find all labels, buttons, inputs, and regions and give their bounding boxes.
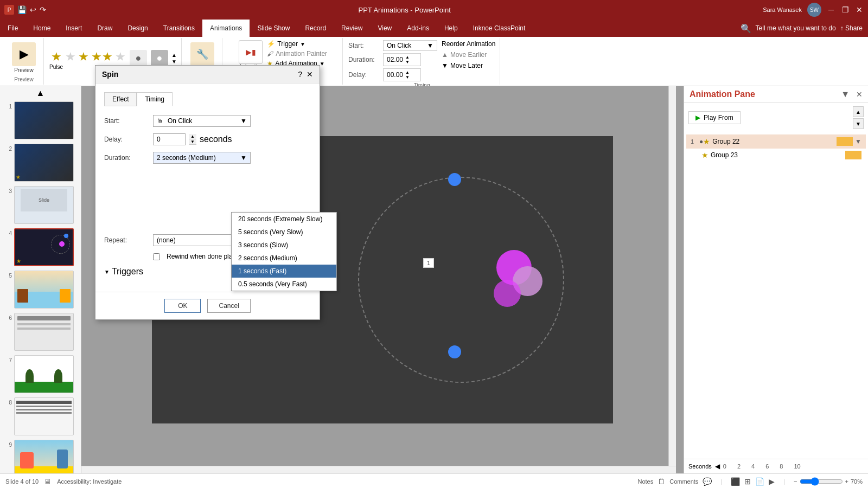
scroll-up-btn[interactable]: ▲ <box>853 106 864 117</box>
slide-item[interactable]: 4 ★ <box>2 227 79 267</box>
delay-value-input[interactable] <box>153 133 186 145</box>
redo-icon[interactable]: ↷ <box>40 5 46 14</box>
scroll-up-anim[interactable]: ▲ <box>171 52 177 58</box>
start-dropdown[interactable]: On Click ▼ <box>383 40 437 51</box>
comments-button[interactable]: Comments <box>669 478 698 485</box>
slide-item[interactable]: 3 Slide <box>2 185 79 225</box>
dropdown-item-1[interactable]: 5 seconds (Very Slow) <box>232 226 336 239</box>
avatar[interactable]: SW <box>807 3 821 17</box>
delay-input[interactable]: 00.00 ▲ ▼ <box>383 68 421 81</box>
tab-draw[interactable]: Draw <box>90 20 120 37</box>
anim-item-group22[interactable]: 1 ● ★ Group 22 ▼ <box>686 134 866 149</box>
scroll-down-btn[interactable]: ▼ <box>853 118 864 129</box>
dropdown-item-5[interactable]: 0.5 seconds (Very Fast) <box>232 278 336 291</box>
comments-icon[interactable]: 💬 <box>703 477 712 486</box>
canvas-scrollbar-v[interactable] <box>668 86 676 473</box>
repeat-form-label: Repeat: <box>104 236 153 244</box>
anim-pane-collapse[interactable]: ▼ <box>841 89 850 99</box>
tab-design[interactable]: Design <box>120 20 155 37</box>
dialog-close-button[interactable]: ✕ <box>307 70 313 79</box>
cancel-button[interactable]: Cancel <box>207 299 250 313</box>
dialog-tab-effect[interactable]: Effect <box>104 92 137 106</box>
tab-file[interactable]: File <box>0 20 25 37</box>
preview-button[interactable]: ▶ Preview <box>9 40 39 75</box>
share-label[interactable]: ↑ Share <box>840 24 863 32</box>
start-select[interactable]: 🖱 On Click ▼ <box>153 115 251 127</box>
delay-up-btn[interactable]: ▲ <box>189 134 196 139</box>
tab-addins[interactable]: Add-ins <box>399 20 437 37</box>
start-value: On Click <box>168 117 192 125</box>
undo-icon[interactable]: ↩ <box>30 5 36 14</box>
rewind-checkbox[interactable] <box>153 253 160 260</box>
duration-down[interactable]: ▼ <box>405 60 410 65</box>
slide-item[interactable]: 5 <box>2 269 79 310</box>
pulse-btn[interactable]: ★ Pulse <box>49 50 63 73</box>
tab-transitions[interactable]: Transitions <box>156 20 202 37</box>
anim-pane-close[interactable]: ✕ <box>856 90 863 99</box>
dropdown-item-3[interactable]: 2 seconds (Medium) <box>232 252 336 265</box>
view-normal[interactable]: ⬛ <box>731 477 740 486</box>
close-button[interactable]: ✕ <box>855 5 864 14</box>
delay-down[interactable]: ▼ <box>405 75 410 80</box>
dialog-tab-timing[interactable]: Timing <box>137 92 173 106</box>
dropdown-item-0[interactable]: 20 seconds (Extremely Slow) <box>232 213 336 226</box>
scroll-buttons: ▲ ▼ <box>853 106 864 129</box>
tab-slideshow[interactable]: Slide Show <box>250 20 297 37</box>
zoom-out[interactable]: − <box>794 478 797 485</box>
slide-item[interactable]: 8 <box>2 396 79 436</box>
ok-button[interactable]: OK <box>164 299 201 313</box>
anim-sub-item-group23[interactable]: ★ Group 23 <box>686 149 866 162</box>
status-bar: Slide 4 of 10 🖥 Accessibility: Investiga… <box>0 473 868 488</box>
notes-button[interactable]: Notes <box>637 478 653 485</box>
view-reading[interactable]: 📄 <box>755 477 764 486</box>
slide-item[interactable]: 2 ★ <box>2 143 79 183</box>
duration-up[interactable]: ▲ <box>405 55 410 60</box>
blue-dot-bottom[interactable] <box>448 345 461 358</box>
restore-button[interactable]: ❐ <box>841 5 850 14</box>
move-earlier-button[interactable]: ▲Move Earlier <box>442 51 495 59</box>
search-icon[interactable]: 🔍 <box>741 23 751 34</box>
view-slide-sorter[interactable]: ⊞ <box>744 477 751 486</box>
tab-view[interactable]: View <box>370 20 399 37</box>
accessibility-label[interactable]: Accessibility: Investigate <box>57 478 122 485</box>
dialog-help-button[interactable]: ? <box>298 70 302 79</box>
slide-item[interactable]: 9 <box>2 439 79 473</box>
save-icon[interactable]: 💾 <box>17 5 27 14</box>
minimize-button[interactable]: ─ <box>827 5 835 14</box>
delay-down-btn[interactable]: ▼ <box>189 139 196 145</box>
anim-star-2[interactable]: ★ <box>65 50 76 73</box>
triggers-button[interactable]: ▼ Triggers <box>104 267 143 277</box>
duration-input[interactable]: 02.00 ▲ ▼ <box>383 53 421 66</box>
slide-item[interactable]: 6 <box>2 312 79 352</box>
anim-star-3[interactable]: ★ <box>78 50 89 73</box>
animation-painter-button[interactable]: 🖌 Animation Painter <box>267 50 327 57</box>
trigger-button[interactable]: ⚡ Trigger ▼ <box>267 40 327 48</box>
tab-record[interactable]: Record <box>297 20 334 37</box>
blue-dot-top[interactable] <box>448 173 461 186</box>
tab-home[interactable]: Home <box>25 20 58 37</box>
zoom-slider[interactable] <box>800 477 843 486</box>
notes-icon[interactable]: 🗒 <box>658 477 665 486</box>
tab-inknoe[interactable]: Inknoe ClassPoint <box>465 20 533 37</box>
zoom-in[interactable]: + <box>845 478 848 485</box>
tab-animations[interactable]: Animations <box>202 20 250 37</box>
slide-item[interactable]: 1 <box>2 100 79 140</box>
tab-help[interactable]: Help <box>437 20 465 37</box>
dropdown-item-2[interactable]: 3 seconds (Slow) <box>232 239 336 252</box>
seconds-dropdown[interactable]: Seconds <box>688 463 712 470</box>
view-presenter[interactable]: ▶ <box>769 477 775 486</box>
slides-scroll-up[interactable]: ▲ <box>2 88 79 98</box>
delay-up[interactable]: ▲ <box>405 70 410 75</box>
canvas-scrollbar-h[interactable] <box>81 466 676 473</box>
duration-select[interactable]: 2 seconds (Medium) ▼ <box>153 152 251 164</box>
tell-me-label[interactable]: Tell me what you want to do <box>756 24 836 32</box>
timeline-scroll-left[interactable]: ◀ <box>715 463 720 470</box>
scroll-down-anim[interactable]: ▼ <box>171 59 177 65</box>
dropdown-item-4[interactable]: 1 seconds (Fast) <box>232 265 336 278</box>
tab-insert[interactable]: Insert <box>58 20 90 37</box>
slide-item[interactable]: 7 <box>2 354 79 394</box>
play-from-button[interactable]: ▶ Play From <box>688 111 741 124</box>
tab-review[interactable]: Review <box>334 20 370 37</box>
anim-item-expand-22[interactable]: ▼ <box>855 138 861 145</box>
move-later-button[interactable]: ▼Move Later <box>442 62 495 69</box>
